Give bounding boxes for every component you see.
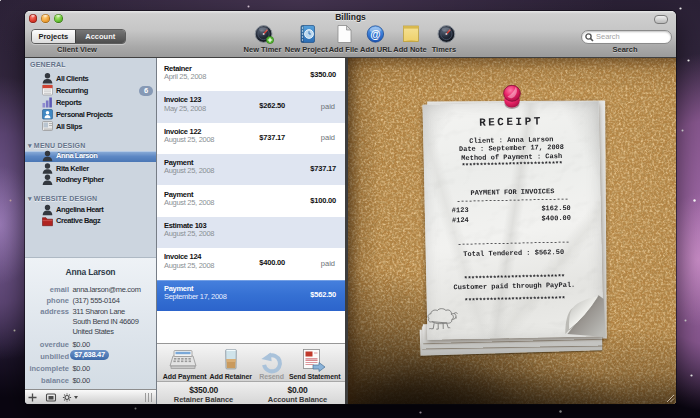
svg-text:@: @ (370, 28, 380, 40)
